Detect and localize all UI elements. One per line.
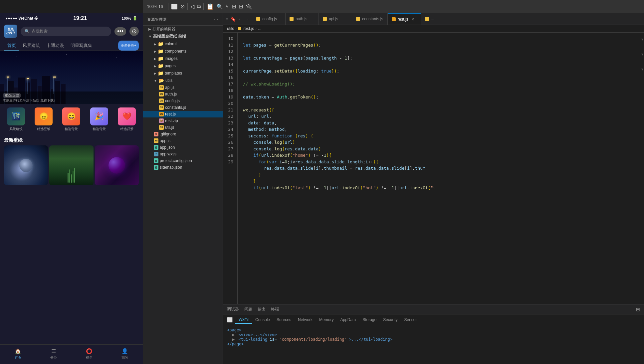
devtools-tab-appdata[interactable]: AppData bbox=[337, 316, 359, 323]
nav-category-label: 分类 bbox=[50, 355, 57, 360]
nav-home[interactable]: 🏠 首页 bbox=[14, 347, 22, 360]
editor-tabs-bar: ≡ 🔖 ← → config.js auth.js api.js constan… bbox=[223, 13, 644, 25]
folder-utils-icon: 📂 bbox=[158, 78, 164, 83]
file-gitignore-label: .gitignore bbox=[160, 132, 176, 136]
tab-more[interactable]: 更多分类+ bbox=[118, 41, 139, 51]
file-project-config[interactable]: {} project.config.json bbox=[143, 157, 223, 164]
file-config-js[interactable]: JS config.js bbox=[143, 97, 223, 104]
clipboard-icon[interactable]: 📋 bbox=[206, 3, 214, 10]
folder-components[interactable]: 📁 components bbox=[143, 48, 223, 55]
phone-search-bar[interactable]: 🔍 点我搜索 bbox=[21, 27, 111, 36]
profile-nav-icon: 👤 bbox=[121, 347, 128, 355]
wxml-view-collapsed[interactable]: ▶ <view>...</view> bbox=[227, 332, 640, 337]
project-root-chevron bbox=[148, 35, 152, 38]
file-util-js[interactable]: JS util.js bbox=[143, 124, 223, 131]
devtools-tab-sources[interactable]: Sources bbox=[273, 316, 295, 323]
file-app-json[interactable]: {} app.json bbox=[143, 144, 223, 151]
wxml-tui-loading[interactable]: ▶ <tui-loading is= "components/loading/l… bbox=[227, 337, 640, 342]
tab-rest-js[interactable]: rest.js × bbox=[388, 13, 421, 25]
collapse-triangle-2[interactable]: ▶ bbox=[232, 337, 235, 342]
wallpaper-3[interactable] bbox=[95, 145, 139, 185]
devtools-tab-wxml[interactable]: Wxml bbox=[235, 316, 252, 324]
api-js-tab-icon bbox=[323, 17, 327, 21]
nav-category[interactable]: ☰ 分类 bbox=[50, 347, 57, 360]
file-rest-zip[interactable]: 📦 rest.zip bbox=[143, 117, 223, 124]
util-js-icon: JS bbox=[159, 125, 164, 130]
copy-icon[interactable]: ⧉ bbox=[197, 4, 201, 10]
project-name: 高端黑金壁纸 前端 bbox=[153, 34, 186, 39]
devtools-tab-memory[interactable]: Memory bbox=[316, 316, 337, 323]
bottom-tab-problems[interactable]: 问题 bbox=[244, 305, 252, 313]
tab-home[interactable]: 首页 bbox=[4, 41, 19, 51]
record-btn[interactable]: ⊙ bbox=[129, 27, 139, 36]
nav-ranking[interactable]: ⭕ 榜单 bbox=[86, 347, 93, 360]
search-toolbar-icon[interactable]: 🔍 bbox=[216, 3, 223, 10]
devtools-tab-console[interactable]: Console bbox=[252, 316, 273, 323]
folder-colorui-icon: 📁 bbox=[158, 41, 163, 47]
icon-wallpaper4[interactable]: ❤️ 精选背景 bbox=[115, 107, 138, 131]
file-explorer: 资源管理器 ··· 打开的编辑器 高端黑金壁纸 前端 📁 colorui 📁 c… bbox=[143, 13, 223, 364]
file-sitemap[interactable]: {} sitemap.json bbox=[143, 164, 223, 171]
record-icon[interactable]: ⊙ bbox=[180, 3, 185, 10]
wallpaper-1[interactable] bbox=[4, 145, 48, 185]
nav-profile[interactable]: 👤 我的 bbox=[121, 347, 128, 360]
file-auth-js[interactable]: JS auth.js bbox=[143, 91, 223, 97]
devtools-tab-network[interactable]: Network bbox=[295, 316, 316, 323]
collapse-triangle-1[interactable]: ▶ bbox=[232, 332, 235, 337]
code-content[interactable]: let pages = getCurrentPages(); let curre… bbox=[238, 33, 644, 304]
file-app-js[interactable]: JS app.js bbox=[143, 137, 223, 144]
nav-bookmark-icon[interactable]: 🔖 bbox=[230, 16, 236, 22]
icon-wallpaper3[interactable]: 🎉 精选背景 bbox=[88, 107, 110, 131]
breadcrumb-more[interactable]: ... bbox=[258, 26, 261, 31]
explorer-more-btn[interactable]: ··· bbox=[213, 16, 219, 23]
tab-auth-js[interactable]: auth.js bbox=[286, 13, 319, 25]
file-constants-js[interactable]: JS constants.js bbox=[143, 104, 223, 111]
devtools-tab-storage[interactable]: Storage bbox=[359, 316, 380, 323]
project-root[interactable]: 高端黑金壁纸 前端 bbox=[143, 33, 223, 40]
tab-api-js[interactable]: api.js bbox=[319, 13, 352, 25]
tab-extra[interactable]: ... bbox=[421, 13, 454, 25]
banner-caption1: 建议/反馈 bbox=[3, 93, 21, 98]
icon-wallpaper1[interactable]: 😠 精选壁纸 bbox=[32, 107, 55, 131]
file-app-wxss[interactable]: ≡ app.wxss bbox=[143, 151, 223, 157]
phone-carrier: ●●●●● WeChat 令 bbox=[5, 16, 38, 21]
tab-config-js[interactable]: config.js bbox=[252, 13, 286, 25]
tab-rest-js-close[interactable]: × bbox=[412, 17, 414, 22]
devtools-tab-security[interactable]: Security bbox=[380, 316, 401, 323]
grid-icon[interactable]: ⊞ bbox=[232, 3, 236, 10]
tab-cartoon[interactable]: 卡通动漫 bbox=[43, 41, 67, 51]
layout-icon[interactable]: ⊟ bbox=[239, 3, 243, 10]
folder-templates[interactable]: 📁 templates bbox=[143, 70, 223, 77]
device-icon[interactable]: ⬜ bbox=[171, 3, 178, 10]
back-nav-icon[interactable]: ◁ bbox=[190, 3, 194, 10]
file-gitignore[interactable]: ⊙ .gitignore bbox=[143, 131, 223, 137]
folder-images[interactable]: 📁 images bbox=[143, 55, 223, 62]
devtools-tab-sensor[interactable]: Sensor bbox=[401, 316, 420, 323]
tab-constants-js[interactable]: constants.js bbox=[352, 13, 387, 25]
bottom-tab-debugger[interactable]: 调试器 bbox=[227, 305, 239, 313]
tab-celebrity[interactable]: 明星写真集 bbox=[67, 41, 96, 51]
bottom-tab-terminal[interactable]: 终端 bbox=[271, 305, 279, 313]
tab-landscape[interactable]: 风景建筑 bbox=[19, 41, 43, 51]
breadcrumb-utils[interactable]: utils bbox=[227, 26, 234, 31]
breadcrumb-rest-js[interactable]: rest.js bbox=[243, 26, 254, 31]
folder-utils[interactable]: 📂 utils bbox=[143, 77, 223, 84]
nav-back-icon[interactable]: ← bbox=[238, 16, 243, 22]
app-wxss-icon: ≡ bbox=[154, 152, 158, 156]
file-rest-js[interactable]: JS rest.js bbox=[143, 111, 223, 117]
icon-landscape[interactable]: 🌃 风景建筑 bbox=[5, 107, 27, 131]
git-icon[interactable]: ⑂ bbox=[226, 4, 229, 10]
file-api-js[interactable]: JS api.js bbox=[143, 84, 223, 91]
bottom-tab-output[interactable]: 输出 bbox=[258, 305, 266, 313]
nav-forward-icon[interactable]: → bbox=[245, 16, 249, 22]
icon-wallpaper2[interactable]: 😄 精选背景 bbox=[60, 107, 83, 131]
dots-icon[interactable]: ••• bbox=[114, 27, 126, 36]
app-js-icon: JS bbox=[154, 138, 158, 143]
extension-icon[interactable]: 🔌 bbox=[246, 3, 252, 10]
bottom-tool-icon1[interactable]: ⊞ bbox=[636, 307, 640, 312]
folder-colorui[interactable]: 📁 colorui bbox=[143, 40, 223, 48]
wallpaper-2[interactable] bbox=[49, 145, 93, 185]
folder-pages[interactable]: 📁 pages bbox=[143, 62, 223, 70]
nav-list-icon[interactable]: ≡ bbox=[226, 16, 228, 22]
open-editors-section[interactable]: 打开的编辑器 bbox=[143, 26, 223, 33]
